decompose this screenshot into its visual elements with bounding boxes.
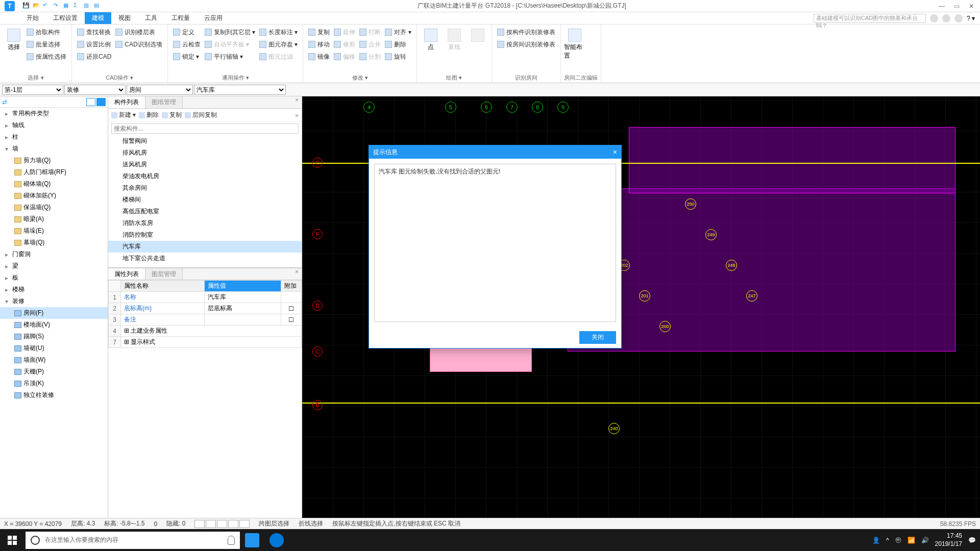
cloud-check-button[interactable]: 云检查	[171, 39, 203, 50]
pick-component-button[interactable]: 拾取构件	[24, 27, 68, 38]
tray-wifi-icon[interactable]: 📶	[908, 537, 915, 544]
tab-tools[interactable]: 工具	[138, 12, 164, 24]
taskbar-search[interactable]: 在这里输入你要搜索的内容	[26, 532, 240, 549]
tree-skirting[interactable]: 踢脚(S)	[0, 331, 108, 342]
select-by-property-button[interactable]: 按属性选择	[24, 51, 68, 62]
layer-management-tab[interactable]: 图层管理	[145, 268, 183, 280]
type-select[interactable]: 房间	[127, 85, 193, 95]
dialog-title-bar[interactable]: 提示信息 ×	[369, 145, 621, 159]
tree-suspended-ceiling[interactable]: 吊顶(K)	[0, 378, 108, 389]
list-item[interactable]: 排风机房	[108, 147, 302, 159]
identify-by-room-button[interactable]: 按房间识别装修表	[495, 39, 557, 50]
minimize-icon[interactable]: —	[939, 3, 945, 10]
tree-civil-defense-door[interactable]: 人防门框墙(RF)	[0, 166, 108, 178]
dialog-close-icon[interactable]: ×	[613, 148, 617, 156]
tree-common[interactable]: ▸常用构件类型	[0, 108, 108, 119]
copy-between-floors-button[interactable]: 层间复制	[185, 111, 217, 119]
mid-close-icon[interactable]: ×	[292, 96, 302, 108]
tree-masonry-wall[interactable]: 砌体墙(Q)	[0, 178, 108, 190]
tree-wainscot[interactable]: 墙裙(U)	[0, 342, 108, 354]
define-button[interactable]: 定义	[171, 27, 203, 38]
taskbar-app-edge[interactable]	[264, 529, 289, 551]
list-item[interactable]: 高低压配电室	[108, 206, 302, 217]
tree-wall-finish[interactable]: 墙面(W)	[0, 354, 108, 366]
polyline-select[interactable]: 折线选择	[299, 519, 323, 528]
cad-canvas[interactable]: 4 5 6 7 8 9 C F D C B 204 203 202 201 20…	[302, 96, 980, 529]
select-button[interactable]: 选择	[3, 27, 24, 73]
tree-decoration[interactable]: ▾装修	[0, 295, 108, 307]
chat-icon[interactable]	[954, 14, 963, 22]
property-table[interactable]: 属性名称 属性值 附加 1名称汽车库 2底标高(m)层底标高☐ 3备注☐ 4⊞ …	[108, 280, 302, 529]
drawing-management-tab[interactable]: 图纸管理	[145, 96, 183, 108]
qat-redo-icon[interactable]: ↷	[53, 2, 61, 10]
qat-icon[interactable]: ▦	[63, 2, 71, 10]
new-component-button[interactable]: 新建 ▾	[111, 111, 136, 119]
status-tool-button[interactable]	[206, 520, 216, 528]
qat-undo-icon[interactable]: ↶	[43, 2, 51, 10]
qat-open-icon[interactable]: 📂	[33, 2, 41, 10]
tree-slab[interactable]: ▸板	[0, 272, 108, 284]
tree-floor-finish[interactable]: 楼地面(V)	[0, 319, 108, 331]
list-item[interactable]: 消防水泵房	[108, 217, 302, 229]
rotate-button[interactable]: 旋转	[383, 51, 413, 62]
tray-chevron-icon[interactable]: ^	[886, 537, 889, 544]
taskbar-clock[interactable]: 17:45 2019/1/17	[935, 532, 962, 548]
help-search-input[interactable]: 基础建模可以识别CAD图中的独基和承台吗？	[814, 14, 926, 23]
maximize-icon[interactable]: ▭	[954, 3, 960, 10]
tree-wall[interactable]: ▾墙	[0, 143, 108, 155]
start-button[interactable]	[0, 529, 24, 551]
copy-button[interactable]: 复制	[306, 27, 332, 38]
cad-identify-options-button[interactable]: CAD识别选项	[113, 39, 164, 50]
tray-notifications-icon[interactable]: 💬	[968, 537, 976, 544]
align-button[interactable]: 对齐 ▾	[383, 27, 413, 38]
status-tool-button[interactable]	[194, 520, 205, 528]
tree-view-list-button[interactable]	[86, 98, 95, 106]
qat-icon[interactable]: ▥	[84, 2, 92, 10]
delete-component-button[interactable]: 删除	[139, 111, 159, 119]
move-button[interactable]: 移动	[306, 39, 332, 50]
component-search-input[interactable]	[111, 123, 299, 134]
identify-floor-table-button[interactable]: 识别楼层表	[113, 27, 164, 38]
list-item[interactable]: 送风机房	[108, 159, 302, 170]
qat-save-icon[interactable]: 💾	[22, 2, 31, 10]
tree-column[interactable]: ▸柱	[0, 131, 108, 143]
taskbar-app-gtj[interactable]	[240, 529, 264, 551]
toolbar-more-icon[interactable]: »	[295, 112, 299, 119]
qat-icon[interactable]: Σ	[74, 2, 82, 10]
tree-view-grid-button[interactable]	[96, 98, 106, 106]
tree-hidden-beam[interactable]: 暗梁(A)	[0, 213, 108, 225]
tree-room[interactable]: 房间(F)	[0, 307, 108, 319]
length-dimension-button[interactable]: 长度标注 ▾	[257, 27, 300, 38]
tab-cloud[interactable]: 云应用	[197, 12, 230, 24]
list-item-selected[interactable]: 汽车库	[108, 241, 302, 253]
list-item[interactable]: 楼梯间	[108, 194, 302, 206]
mic-icon[interactable]	[228, 536, 235, 545]
status-tool-button[interactable]	[239, 520, 250, 528]
list-item[interactable]: 报警阀间	[108, 135, 302, 147]
tree-shear-wall[interactable]: 剪力墙(Q)	[0, 155, 108, 166]
list-item[interactable]: 柴油发电机房	[108, 170, 302, 182]
tree-column-decoration[interactable]: 独立柱装修	[0, 389, 108, 401]
pin-icon[interactable]: ⇄	[2, 98, 7, 106]
restore-cad-button[interactable]: 还原CAD	[75, 51, 113, 62]
tab-modeling[interactable]: 建模	[85, 12, 111, 24]
property-list-tab[interactable]: 属性列表	[108, 268, 145, 280]
tab-view[interactable]: 视图	[111, 12, 138, 24]
tree-wall-pier[interactable]: 墙垛(E)	[0, 225, 108, 237]
tray-volume-icon[interactable]: 🔊	[921, 537, 929, 544]
tree-insulation-wall[interactable]: 保温墙(Q)	[0, 202, 108, 213]
delete-button[interactable]: 删除	[383, 39, 413, 50]
status-tool-button[interactable]	[217, 520, 227, 528]
tree-masonry-reinforce[interactable]: 砌体加筋(Y)	[0, 190, 108, 202]
floor-select[interactable]: 第-1层	[2, 85, 63, 95]
component-list-tab[interactable]: 构件列表	[108, 96, 145, 108]
category-select[interactable]: 装修	[64, 85, 126, 95]
tab-start[interactable]: 开始	[19, 12, 46, 24]
save-element-button[interactable]: 图元存盘 ▾	[257, 39, 300, 50]
identify-by-component-button[interactable]: 按构件识别装修表	[495, 27, 557, 38]
tree-stair[interactable]: ▸楼梯	[0, 284, 108, 295]
dialog-close-button[interactable]: 关闭	[579, 331, 616, 344]
batch-select-button[interactable]: 批量选择	[24, 39, 68, 50]
set-scale-button[interactable]: 设置比例	[75, 39, 113, 50]
qat-icon[interactable]: ▤	[94, 2, 102, 10]
